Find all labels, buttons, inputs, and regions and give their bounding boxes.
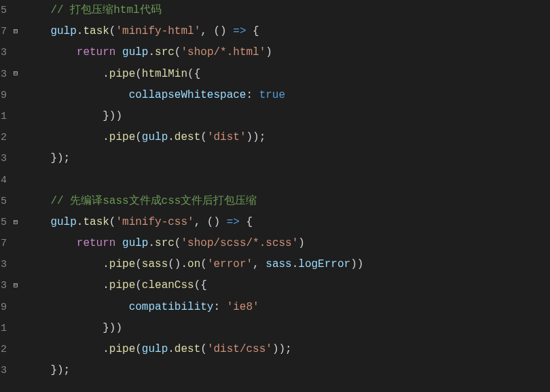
property: compatibility [129, 301, 214, 313]
fold-gutter: ⊟ ⊟ ⊟ ⊟ [10, 0, 22, 392]
function-call: pipe [109, 279, 135, 291]
string-literal: 'dist/css' [207, 343, 272, 355]
code-line: compatibility: 'ie8' [24, 297, 550, 318]
line-number: 3 [0, 64, 7, 85]
line-number-gutter: 5 7 3 3 9 1 2 3 4 5 5 7 3 3 9 1 2 3 [0, 0, 10, 392]
identifier: gulp [142, 131, 168, 143]
function-call: src [155, 46, 175, 58]
function-call: cleanCss [142, 279, 194, 291]
fold-toggle[interactable] [10, 170, 22, 191]
fold-toggle[interactable] [10, 254, 22, 275]
line-number: 3 [0, 148, 7, 169]
code-line: .pipe(gulp.dest('dist')); [24, 127, 550, 148]
code-line: collapseWhitespace: true [24, 85, 550, 106]
fold-toggle[interactable] [10, 233, 22, 254]
fold-toggle[interactable] [10, 127, 22, 148]
function-call: htmlMin [142, 68, 187, 80]
fold-toggle[interactable] [10, 42, 22, 63]
code-line: .pipe(sass().on('error', sass.logError)) [24, 254, 550, 275]
function-call: pipe [109, 258, 135, 270]
fold-toggle[interactable] [10, 318, 22, 339]
line-number: 1 [0, 106, 7, 127]
code-line: return gulp.src('shop/scss/*.scss') [24, 233, 550, 254]
code-line: })) [24, 106, 550, 127]
string-literal: 'error' [207, 258, 253, 270]
identifier: gulp [50, 216, 76, 228]
boolean-literal: true [259, 89, 285, 101]
function-call: dest [175, 131, 200, 143]
punctuation: })) [103, 110, 122, 122]
code-content[interactable]: // 打包压缩html代码 gulp.task('minify-html', (… [22, 0, 550, 392]
code-line: .pipe(htmlMin({ [24, 64, 550, 85]
code-line: .pipe(gulp.dest('dist/css')); [24, 339, 550, 360]
string-literal: 'minify-css' [115, 216, 194, 228]
fold-toggle[interactable]: ⊟ [10, 212, 22, 233]
fold-toggle[interactable]: ⊟ [10, 275, 22, 296]
punctuation: }); [50, 152, 70, 164]
comment-text: // 先编译sass文件成css文件后打包压缩 [50, 195, 257, 207]
fold-toggle[interactable] [10, 148, 22, 169]
keyword: return [77, 237, 116, 249]
punctuation: })) [103, 322, 122, 334]
fold-toggle[interactable] [10, 191, 22, 212]
code-line: })) [24, 318, 550, 339]
line-number: 4 [0, 170, 7, 191]
fold-toggle[interactable] [10, 85, 22, 106]
string-literal: 'dist' [207, 131, 246, 143]
function-call: pipe [109, 131, 135, 143]
property: collapseWhitespace [129, 89, 246, 101]
line-number: 9 [0, 297, 7, 318]
line-number: 5 [0, 212, 7, 233]
string-literal: 'shop/scss/*.scss' [181, 237, 298, 249]
comment-text: // 打包压缩html代码 [50, 4, 161, 16]
fold-toggle[interactable] [10, 339, 22, 360]
line-number: 2 [0, 339, 7, 360]
code-editor: 5 7 3 3 9 1 2 3 4 5 5 7 3 3 9 1 2 3 ⊟ ⊟ … [0, 0, 550, 392]
identifier: gulp [122, 46, 148, 58]
function-call: pipe [109, 68, 135, 80]
identifier: gulp [50, 25, 76, 37]
line-number: 3 [0, 254, 7, 275]
fold-toggle[interactable]: ⊟ [10, 21, 22, 42]
function-call: task [83, 216, 109, 228]
string-literal: 'shop/*.html' [181, 46, 265, 58]
line-number: 3 [0, 275, 7, 296]
line-number: 3 [0, 360, 7, 381]
line-number: 3 [0, 42, 7, 63]
fold-toggle[interactable]: ⊟ [10, 64, 22, 85]
identifier: sass [265, 258, 291, 270]
line-number: 5 [0, 191, 7, 212]
fold-toggle[interactable] [10, 106, 22, 127]
fold-toggle[interactable] [10, 0, 22, 21]
fold-toggle[interactable] [10, 360, 22, 381]
string-literal: 'minify-html' [115, 25, 200, 37]
line-number: 1 [0, 318, 7, 339]
fold-toggle[interactable] [10, 297, 22, 318]
code-line: gulp.task('minify-css', () => { [24, 212, 550, 233]
keyword: return [77, 46, 116, 58]
code-line [24, 170, 550, 191]
identifier: gulp [142, 343, 168, 355]
code-line: gulp.task('minify-html', () => { [24, 21, 550, 42]
line-number: 2 [0, 127, 7, 148]
function-call: src [155, 237, 175, 249]
line-number: 9 [0, 85, 7, 106]
identifier: gulp [122, 237, 148, 249]
code-line: // 先编译sass文件成css文件后打包压缩 [24, 191, 550, 212]
code-line: return gulp.src('shop/*.html') [24, 42, 550, 63]
code-line: }); [24, 148, 550, 169]
code-line: .pipe(cleanCss({ [24, 275, 550, 296]
code-line: }); [24, 360, 550, 381]
punctuation: }); [50, 364, 70, 376]
function-call: pipe [109, 343, 135, 355]
property: logError [298, 258, 350, 270]
string-literal: 'ie8' [227, 301, 259, 313]
line-number: 5 [0, 0, 7, 21]
function-call: task [83, 25, 109, 37]
line-number: 7 [0, 21, 7, 42]
line-number: 7 [0, 233, 7, 254]
function-call: sass [142, 258, 168, 270]
function-call: dest [175, 343, 200, 355]
code-line: // 打包压缩html代码 [24, 0, 550, 21]
function-call: on [187, 258, 200, 270]
